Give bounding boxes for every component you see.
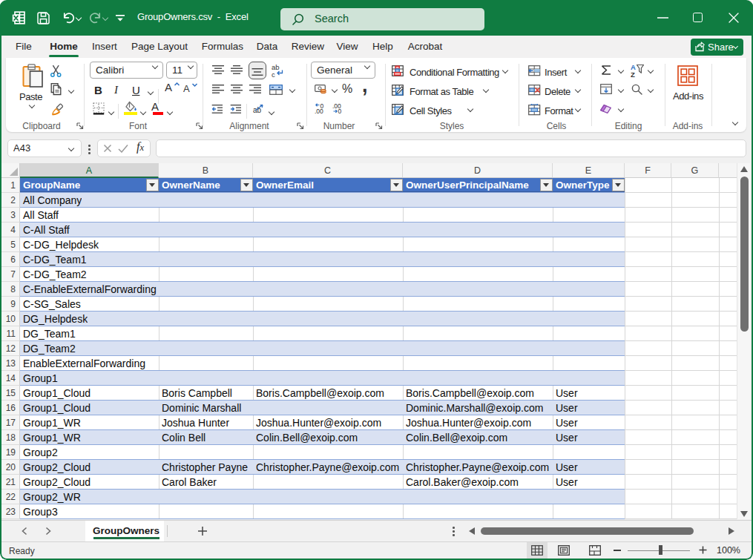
svg-text:A: A [165,82,172,93]
svg-text:.00: .00 [315,108,323,115]
svg-text:A: A [183,83,190,94]
svg-text:Z: Z [631,70,635,78]
svg-text:0: 0 [338,108,342,115]
svg-text:c: c [272,70,275,79]
